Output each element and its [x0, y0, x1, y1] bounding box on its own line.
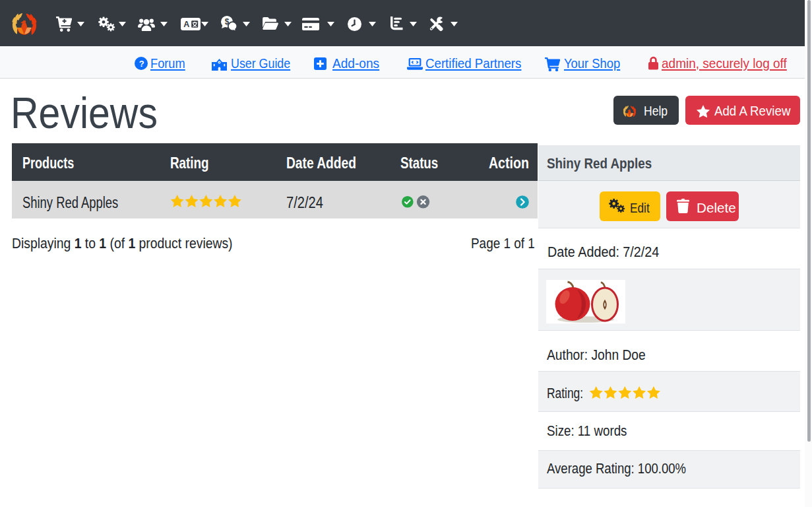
svg-text:A: A — [183, 20, 189, 29]
svg-text:?: ? — [139, 59, 144, 69]
